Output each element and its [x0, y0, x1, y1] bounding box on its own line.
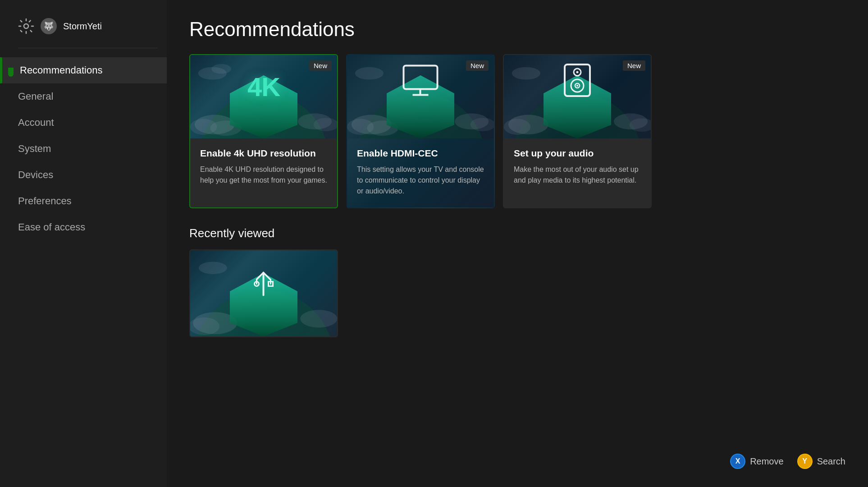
card-body-4k: Enable 4k UHD resolution Enable 4K UHD r… — [190, 138, 337, 197]
search-hint: Y Search — [797, 454, 845, 469]
recent-card-image-1 — [190, 250, 337, 336]
card-image-hdmi: New — [347, 55, 494, 138]
svg-point-17 — [355, 67, 384, 80]
recent-cards-row — [189, 249, 845, 337]
sidebar-item-general[interactable]: General — [0, 83, 167, 110]
svg-point-8 — [198, 67, 227, 80]
remove-hint: X Remove — [730, 454, 783, 469]
svg-point-15 — [455, 114, 489, 130]
svg-point-13 — [347, 119, 374, 135]
card-title-audio: Set up your audio — [514, 147, 641, 159]
svg-line-43 — [264, 272, 270, 279]
svg-point-24 — [504, 119, 530, 135]
page-title: Recommendations — [189, 18, 845, 41]
card-body-audio: Set up your audio Make the most out of y… — [504, 138, 651, 197]
gear-icon[interactable] — [18, 18, 34, 34]
svg-point-3 — [195, 115, 235, 134]
sidebar-label-general: General — [18, 91, 53, 102]
badge-new-hdmi: New — [466, 60, 489, 71]
remove-label: Remove — [750, 456, 783, 467]
x-button[interactable]: X — [730, 454, 745, 469]
avatar: 🐺 — [41, 18, 57, 34]
sidebar-item-preferences[interactable]: Preferences — [0, 188, 167, 214]
rec-card-4k[interactable]: 4K New Enable 4k UHD resolution Enable 4… — [189, 54, 338, 208]
sidebar-nav: Recommendations General Account System D… — [0, 57, 167, 240]
rec-card-hdmi[interactable]: New Enable HDMI-CEC This setting allows … — [346, 54, 495, 208]
svg-point-38 — [300, 310, 337, 327]
username-label: StormYeti — [63, 21, 102, 32]
sidebar-label-system: System — [18, 143, 51, 155]
main-content: Recommendations — [167, 0, 868, 487]
sidebar-label-ease-of-access: Ease of access — [18, 221, 85, 233]
icon-4k-text: 4K — [247, 72, 280, 102]
recent-card-1[interactable] — [189, 249, 338, 337]
sidebar: 🐺 StormYeti Recommendations General Acco… — [0, 0, 167, 487]
sidebar-header: 🐺 StormYeti — [0, 14, 167, 48]
svg-point-23 — [508, 115, 548, 134]
svg-point-27 — [512, 67, 540, 80]
sidebar-item-devices[interactable]: Devices — [0, 162, 167, 188]
card-desc-audio: Make the most out of your audio set up a… — [514, 164, 641, 186]
active-indicator — [8, 68, 14, 73]
svg-point-34 — [576, 85, 578, 87]
badge-new-4k: New — [309, 60, 332, 71]
search-label: Search — [817, 456, 845, 467]
svg-point-31 — [576, 71, 579, 73]
recommendation-cards-row: 4K New Enable 4k UHD resolution Enable 4… — [189, 54, 845, 208]
svg-point-4 — [190, 119, 217, 135]
sidebar-label-preferences: Preferences — [18, 195, 72, 207]
svg-point-26 — [630, 118, 651, 132]
svg-point-1 — [8, 71, 14, 77]
badge-new-audio: New — [623, 60, 645, 71]
card-title-4k: Enable 4k UHD resolution — [200, 147, 327, 159]
svg-line-42 — [257, 272, 264, 279]
sidebar-divider — [18, 48, 158, 48]
recently-viewed-section: Recently viewed — [189, 226, 845, 337]
card-image-audio: New — [504, 55, 651, 138]
card-title-hdmi: Enable HDMI-CEC — [357, 147, 484, 159]
bottom-bar: X Remove Y Search — [730, 454, 845, 469]
svg-point-7 — [314, 118, 337, 131]
svg-point-39 — [199, 262, 227, 274]
svg-point-16 — [471, 118, 494, 131]
svg-point-0 — [24, 24, 28, 28]
svg-point-37 — [190, 317, 219, 335]
svg-point-12 — [352, 115, 392, 134]
svg-point-25 — [614, 114, 648, 130]
svg-rect-19 — [404, 65, 438, 89]
y-button[interactable]: Y — [797, 454, 813, 469]
sidebar-item-ease-of-access[interactable]: Ease of access — [0, 214, 167, 240]
svg-point-6 — [298, 114, 332, 130]
card-desc-hdmi: This setting allows your TV and console … — [357, 164, 484, 197]
sidebar-label-devices: Devices — [18, 169, 53, 181]
sidebar-item-system[interactable]: System — [0, 136, 167, 162]
sidebar-item-account[interactable]: Account — [0, 110, 167, 136]
sidebar-label-account: Account — [18, 117, 54, 129]
rec-card-audio[interactable]: New Set up your audio Make the most out … — [503, 54, 652, 208]
card-desc-4k: Enable 4K UHD resolution designed to hel… — [200, 164, 327, 186]
card-image-4k: 4K New — [190, 55, 337, 138]
svg-point-9 — [211, 64, 231, 74]
card-body-hdmi: Enable HDMI-CEC This setting allows your… — [347, 138, 494, 207]
recently-viewed-title: Recently viewed — [189, 226, 845, 240]
sidebar-item-recommendations[interactable]: Recommendations — [0, 57, 167, 83]
sidebar-label-recommendations: Recommendations — [20, 64, 102, 76]
